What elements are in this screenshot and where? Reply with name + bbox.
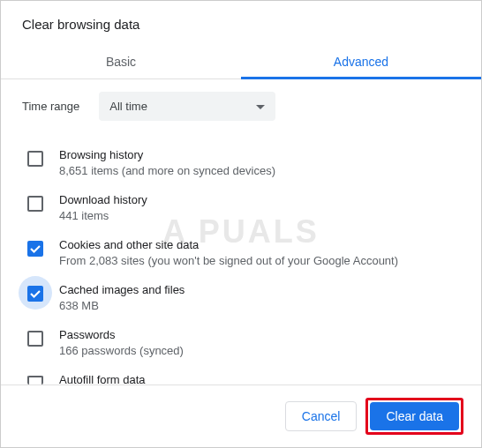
highlight-ring: Clear data [365,398,463,435]
checkbox-cached-images[interactable] [27,286,43,302]
option-label: Autofill form data [59,373,146,385]
tab-bar: Basic Advanced [1,44,481,79]
option-sub: 441 items [59,209,147,222]
cancel-button[interactable]: Cancel [285,401,358,431]
option-sub: From 2,083 sites (you won't be signed ou… [59,254,398,267]
option-sub: 638 MB [59,299,185,312]
time-range-select[interactable]: All time [99,92,275,121]
chevron-down-icon [256,100,265,113]
option-passwords: Passwords 166 passwords (synced) [22,320,460,365]
option-label: Cached images and files [59,283,185,296]
option-autofill: Autofill form data [22,365,460,385]
dialog-title: Clear browsing data [1,1,481,44]
checkbox-passwords[interactable] [27,331,43,347]
dialog-footer: Cancel Clear data [1,385,481,447]
option-label: Browsing history [59,148,275,161]
clear-data-button[interactable]: Clear data [370,402,459,430]
option-sub: 8,651 items (and more on synced devices) [59,164,275,177]
tab-advanced[interactable]: Advanced [241,44,481,78]
option-sub: 166 passwords (synced) [59,344,184,357]
time-range-label: Time range [22,100,79,113]
checkbox-download-history[interactable] [27,196,43,212]
checkbox-cookies[interactable] [27,241,43,257]
time-range-row: Time range All time [22,92,460,121]
option-label: Download history [59,193,147,206]
option-cached-images: Cached images and files 638 MB [22,275,460,320]
option-label: Passwords [59,328,184,341]
checkbox-browsing-history[interactable] [27,151,43,167]
option-label: Cookies and other site data [59,238,398,251]
time-range-value: All time [109,100,147,113]
checkbox-autofill[interactable] [27,376,43,385]
tab-basic[interactable]: Basic [1,44,241,78]
option-download-history: Download history 441 items [22,185,460,230]
clear-browsing-data-dialog: Clear browsing data Basic Advanced A PUA… [0,0,482,448]
option-browsing-history: Browsing history 8,651 items (and more o… [22,140,460,185]
option-cookies: Cookies and other site data From 2,083 s… [22,230,460,275]
dialog-body[interactable]: A PUALS Time range All time Browsing his… [1,79,481,385]
